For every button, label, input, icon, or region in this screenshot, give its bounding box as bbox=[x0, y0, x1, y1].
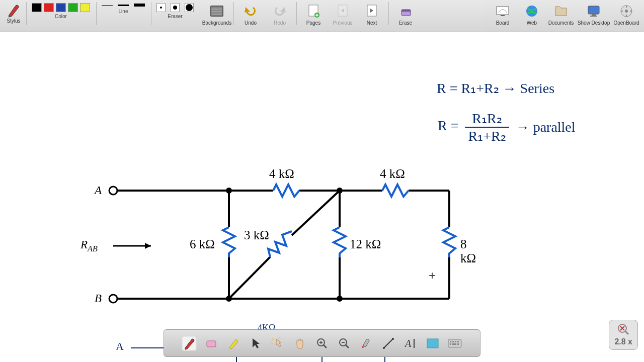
backgrounds-label: Backgrounds bbox=[202, 20, 231, 26]
rab-label: RAB bbox=[80, 238, 98, 253]
pen-tool[interactable] bbox=[182, 336, 197, 351]
line-thick[interactable] bbox=[134, 3, 145, 7]
web-icon bbox=[524, 3, 540, 19]
svg-point-67 bbox=[392, 338, 394, 340]
svg-rect-75 bbox=[457, 341, 459, 342]
svg-point-66 bbox=[383, 347, 385, 349]
eraser-tool[interactable] bbox=[204, 336, 219, 351]
note-series: R = R₁+R₂ → Series bbox=[437, 80, 554, 97]
documents-icon bbox=[553, 3, 569, 19]
svg-rect-77 bbox=[452, 343, 456, 345]
bottom-toolbar: A bbox=[164, 329, 480, 357]
show-desktop-icon bbox=[586, 3, 602, 19]
svg-rect-73 bbox=[452, 341, 454, 342]
color-blue[interactable] bbox=[56, 3, 66, 12]
svg-line-61 bbox=[346, 345, 349, 348]
eraser-lg[interactable] bbox=[185, 3, 194, 12]
r-12k: 12 kΩ bbox=[350, 237, 381, 251]
board-label: Board bbox=[496, 20, 510, 26]
line-tool[interactable] bbox=[381, 336, 396, 351]
svg-point-17 bbox=[625, 10, 628, 13]
laser-tool[interactable] bbox=[359, 336, 374, 351]
pages-button[interactable]: Pages bbox=[299, 2, 328, 26]
hand-tool[interactable] bbox=[292, 336, 307, 351]
svg-point-46 bbox=[337, 296, 343, 302]
undo-button[interactable]: Undo bbox=[236, 2, 265, 26]
svg-rect-72 bbox=[450, 341, 451, 342]
sketch-a: A bbox=[116, 340, 124, 353]
openboard-button[interactable]: OpenBoard bbox=[612, 2, 641, 26]
board-icon bbox=[495, 3, 511, 19]
color-black[interactable] bbox=[32, 3, 42, 12]
zoom-value: 2.8 x bbox=[614, 337, 632, 346]
svg-point-42 bbox=[109, 295, 117, 303]
eraser-label: Eraser bbox=[168, 14, 182, 19]
text-tool[interactable]: A bbox=[403, 336, 418, 351]
color-group: Color bbox=[29, 2, 93, 19]
top-toolbar: Stylus Color Line Eraser Backgrounds bbox=[0, 0, 644, 32]
undo-icon bbox=[243, 3, 259, 19]
color-yellow[interactable] bbox=[80, 3, 90, 12]
svg-rect-10 bbox=[401, 10, 411, 12]
svg-line-53 bbox=[272, 338, 274, 340]
svg-rect-15 bbox=[590, 16, 597, 17]
backgrounds-button[interactable]: Backgrounds bbox=[202, 2, 231, 26]
erase-button[interactable]: Erase bbox=[391, 2, 420, 26]
highlighter-tool[interactable] bbox=[226, 336, 241, 351]
svg-rect-11 bbox=[497, 7, 509, 15]
svg-rect-78 bbox=[457, 343, 459, 345]
line-med[interactable] bbox=[118, 3, 129, 7]
canvas-area[interactable]: A B RAB 4 kΩ 4 kΩ 6 kΩ 3 kΩ 12 kΩ 8 kΩ R… bbox=[0, 32, 644, 362]
zoom-reset-icon bbox=[617, 323, 629, 335]
svg-rect-13 bbox=[588, 6, 599, 14]
stylus-label: Stylus bbox=[7, 18, 20, 24]
documents-label: Documents bbox=[548, 20, 574, 26]
svg-text:A: A bbox=[404, 338, 412, 349]
zoom-out-tool[interactable] bbox=[337, 336, 352, 351]
redo-button[interactable]: Redo bbox=[265, 2, 294, 26]
zoom-indicator[interactable]: 2.8 x bbox=[609, 320, 638, 350]
color-green[interactable] bbox=[68, 3, 78, 12]
stylus-button[interactable]: Stylus bbox=[3, 2, 24, 25]
pointer-tool[interactable] bbox=[248, 336, 263, 351]
svg-rect-70 bbox=[427, 339, 438, 348]
pages-icon bbox=[305, 3, 321, 19]
board-button[interactable]: Board bbox=[488, 2, 517, 26]
svg-line-40 bbox=[292, 191, 340, 235]
r-8k: 8 kΩ bbox=[460, 237, 476, 265]
previous-button[interactable]: Previous bbox=[328, 2, 357, 26]
capture-tool[interactable] bbox=[425, 336, 440, 351]
eraser-group: Eraser bbox=[153, 2, 197, 19]
svg-point-45 bbox=[226, 296, 232, 302]
documents-button[interactable]: Documents bbox=[546, 2, 576, 26]
web-button[interactable]: Web bbox=[517, 2, 546, 26]
web-label: Web bbox=[527, 20, 537, 26]
show-desktop-label: Show Desktop bbox=[578, 20, 610, 26]
svg-point-44 bbox=[337, 188, 343, 194]
r-3k: 3 kΩ bbox=[244, 228, 269, 242]
line-thin[interactable] bbox=[102, 3, 113, 7]
interact-tool[interactable] bbox=[270, 336, 285, 351]
line-label: Line bbox=[119, 9, 128, 14]
eraser-sm[interactable] bbox=[156, 3, 166, 12]
svg-line-39 bbox=[229, 257, 270, 299]
next-icon bbox=[364, 3, 380, 19]
redo-icon bbox=[272, 3, 288, 19]
terminal-a: A bbox=[95, 184, 102, 197]
r-4k-1: 4 kΩ bbox=[269, 167, 294, 181]
svg-point-41 bbox=[109, 187, 117, 195]
r-4k-2: 4 kΩ bbox=[380, 167, 405, 181]
next-button[interactable]: Next bbox=[357, 2, 386, 26]
show-desktop-button[interactable]: Show Desktop bbox=[576, 2, 612, 26]
eraser-md[interactable] bbox=[171, 3, 180, 12]
color-red[interactable] bbox=[44, 3, 54, 12]
keyboard-tool[interactable] bbox=[447, 336, 462, 351]
r-6k: 6 kΩ bbox=[190, 237, 215, 251]
svg-rect-14 bbox=[592, 14, 596, 16]
backgrounds-icon bbox=[209, 3, 225, 19]
zoom-in-tool[interactable] bbox=[314, 336, 330, 351]
svg-rect-76 bbox=[450, 343, 451, 345]
svg-rect-74 bbox=[455, 341, 456, 342]
undo-label: Undo bbox=[245, 20, 257, 26]
svg-line-80 bbox=[625, 331, 628, 334]
